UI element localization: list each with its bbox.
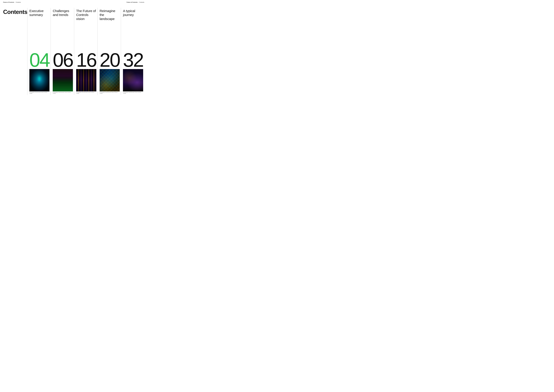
column-number-area-3: 16 xyxy=(76,23,96,69)
column-executive-summary: Executivesummary 04 Photography: Paul Du… xyxy=(27,8,51,95)
column-challenges-trends: Challengesand trends 06 Photography: Pau… xyxy=(51,8,74,95)
column-title-reimagine: Reimagine thelandscape xyxy=(100,9,120,21)
column-number-area-2: 06 xyxy=(53,19,73,69)
column-number-challenges: 06 xyxy=(53,52,73,68)
column-title-challenges: Challengesand trends xyxy=(53,9,73,17)
column-caption-3: Photography: Paul Dummett, Future Contro… xyxy=(76,92,96,95)
column-title-future: The Future ofControls vision xyxy=(76,9,96,21)
header-left-brand: Future of Controls xyxy=(3,1,14,3)
column-number-area-5: 32 xyxy=(123,19,143,69)
column-future-controls: The Future ofControls vision 16 Photogra… xyxy=(74,8,97,95)
page-title: Contents xyxy=(3,8,27,15)
column-number-area-1: 04 xyxy=(29,19,49,69)
column-number-future: 16 xyxy=(76,52,96,68)
image-streaks xyxy=(123,69,143,91)
header-left: Future of Controls | Contents xyxy=(3,1,21,3)
header-left-section: Contents xyxy=(16,1,21,3)
column-number-area-4: 20 xyxy=(100,23,120,69)
image-city xyxy=(53,69,73,91)
image-tunnel xyxy=(29,69,49,91)
header-right-brand: Future of Controls xyxy=(127,1,138,3)
column-reimagine: Reimagine thelandscape 20 Photography: P… xyxy=(97,8,121,95)
columns-wrapper: Executivesummary 04 Photography: Paul Du… xyxy=(27,8,144,95)
column-caption-4: Photography: Paul Dummett, Future Contro… xyxy=(100,92,120,95)
column-image-executive-summary xyxy=(29,69,49,91)
column-caption-2: Photography: Paul Dummett, Future Contro… xyxy=(53,92,73,95)
column-typical-journey: A typicaljourney 32 Photography: Paul Du… xyxy=(121,8,144,95)
column-image-challenges xyxy=(53,69,73,91)
column-image-journey xyxy=(123,69,143,91)
header-right: Future of Controls | Contents xyxy=(127,1,144,3)
column-title-journey: A typicaljourney xyxy=(123,9,143,17)
image-bars xyxy=(76,69,96,91)
header-right-section: Contents xyxy=(139,1,144,3)
column-title-executive-summary: Executivesummary xyxy=(29,9,49,17)
column-caption-1: Photography: Paul Dummett, Future Contro… xyxy=(29,92,49,95)
column-image-future xyxy=(76,69,96,91)
main-content: Contents Executivesummary 04 Photography… xyxy=(0,0,147,95)
column-caption-5: Photography: Paul Dummett, Future Contro… xyxy=(123,92,143,95)
column-number-journey: 32 xyxy=(123,52,143,68)
column-number-executive-summary: 04 xyxy=(29,52,49,68)
column-image-reimagine xyxy=(100,69,120,91)
image-grid xyxy=(100,69,120,91)
column-number-reimagine: 20 xyxy=(100,52,120,68)
